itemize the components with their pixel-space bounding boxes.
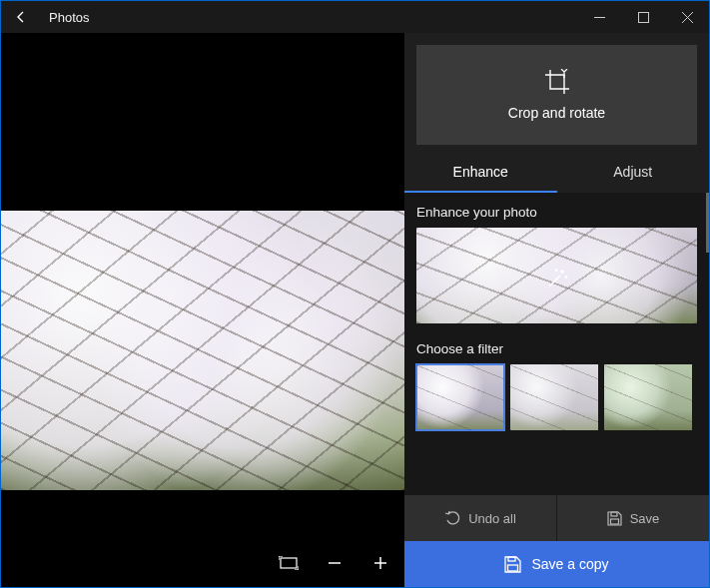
filter-thumb-2[interactable] bbox=[510, 364, 598, 430]
save-copy-icon bbox=[504, 556, 521, 573]
back-button[interactable] bbox=[1, 1, 41, 33]
close-icon bbox=[682, 12, 693, 23]
save-button[interactable]: Save bbox=[557, 495, 709, 541]
maximize-button[interactable] bbox=[621, 1, 665, 33]
minimize-icon bbox=[594, 12, 605, 23]
svg-rect-21 bbox=[508, 557, 515, 561]
crop-label: Crop and rotate bbox=[508, 105, 605, 121]
svg-rect-1 bbox=[638, 12, 648, 22]
photo-canvas-pane bbox=[1, 33, 404, 587]
undo-icon bbox=[444, 510, 460, 526]
enhance-panel: Enhance your photo Choose a filter bbox=[404, 193, 709, 495]
svg-rect-22 bbox=[508, 565, 518, 571]
plus-icon bbox=[372, 555, 388, 571]
crop-and-rotate-tile[interactable]: Crop and rotate bbox=[416, 45, 697, 145]
scrollbar[interactable] bbox=[706, 193, 709, 253]
photo-preview[interactable] bbox=[1, 211, 404, 490]
crop-icon bbox=[544, 69, 570, 95]
filter-thumb-3[interactable] bbox=[604, 364, 692, 430]
zoom-toolbar bbox=[275, 549, 394, 577]
filter-row bbox=[416, 364, 697, 430]
filter-thumb-original[interactable] bbox=[416, 364, 504, 430]
edit-sidebar: Crop and rotate Enhance Adjust Enhance y… bbox=[404, 33, 709, 587]
tab-adjust[interactable]: Adjust bbox=[557, 153, 710, 193]
undo-all-button[interactable]: Undo all bbox=[404, 495, 557, 541]
photo-area bbox=[1, 33, 404, 587]
minus-icon bbox=[327, 555, 343, 571]
titlebar: Photos bbox=[1, 1, 709, 33]
undo-label: Undo all bbox=[468, 511, 516, 526]
save-a-copy-button[interactable]: Save a copy bbox=[404, 541, 709, 587]
fit-icon bbox=[279, 556, 299, 570]
edit-tabs: Enhance Adjust bbox=[404, 153, 709, 193]
app-title: Photos bbox=[49, 10, 89, 25]
zoom-out-button[interactable] bbox=[321, 549, 349, 577]
minimize-button[interactable] bbox=[577, 1, 621, 33]
main: Crop and rotate Enhance Adjust Enhance y… bbox=[1, 33, 709, 587]
arrow-left-icon bbox=[13, 9, 29, 25]
save-copy-label: Save a copy bbox=[531, 556, 608, 572]
close-button[interactable] bbox=[665, 1, 709, 33]
svg-line-12 bbox=[549, 276, 560, 287]
zoom-in-button[interactable] bbox=[366, 549, 394, 577]
filter-section-label: Choose a filter bbox=[416, 341, 697, 356]
svg-rect-19 bbox=[611, 512, 617, 516]
svg-rect-20 bbox=[610, 519, 618, 524]
tab-enhance[interactable]: Enhance bbox=[404, 153, 557, 193]
enhance-your-photo-tile[interactable] bbox=[416, 228, 697, 323]
enhance-section-label: Enhance your photo bbox=[416, 205, 697, 220]
magic-wand-icon bbox=[544, 266, 570, 292]
svg-rect-4 bbox=[281, 558, 297, 568]
action-row: Undo all Save bbox=[404, 495, 709, 541]
save-label: Save bbox=[630, 511, 660, 526]
maximize-icon bbox=[638, 12, 649, 23]
fit-to-screen-button[interactable] bbox=[275, 549, 303, 577]
save-icon bbox=[607, 511, 622, 526]
